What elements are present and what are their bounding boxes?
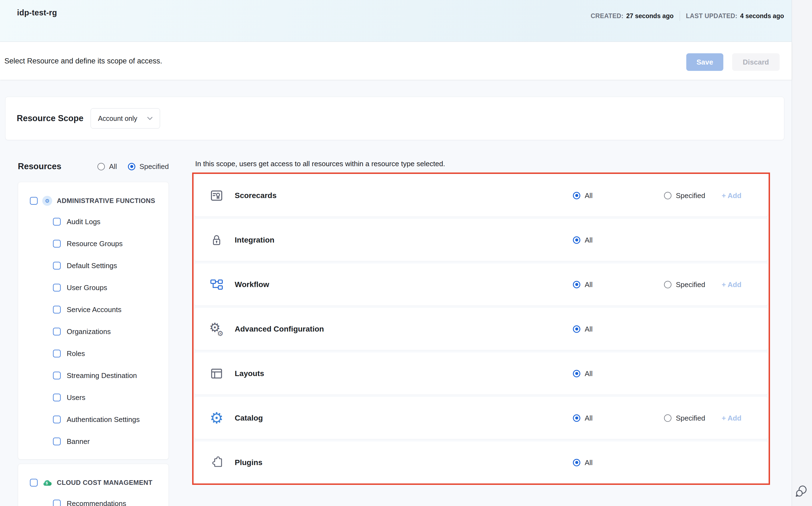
banner-checkbox[interactable] (53, 438, 61, 445)
radio-selected-icon[interactable] (573, 281, 580, 288)
item-label: Service Accounts (67, 306, 121, 314)
row-label: Workflow (235, 280, 269, 289)
list-item-organizations: Organizations (18, 321, 169, 343)
users-checkbox[interactable] (53, 394, 61, 401)
resource-groups-checkbox[interactable] (53, 240, 61, 248)
chevron-down-icon (147, 117, 153, 120)
streaming-destination-checkbox[interactable] (53, 372, 61, 380)
row-specified-option[interactable]: Specified (664, 414, 705, 422)
list-item-recommendations: Recommendations (18, 493, 169, 506)
radio-selected-icon[interactable] (573, 192, 580, 199)
list-item-roles: Roles (18, 343, 169, 364)
row-all-option[interactable]: All (573, 458, 593, 467)
radio-unselected-icon[interactable] (664, 192, 672, 199)
radio-selected-icon[interactable] (573, 459, 580, 466)
user-groups-checkbox[interactable] (53, 284, 61, 291)
item-label: Default Settings (67, 261, 117, 270)
resources-all-option[interactable]: All (97, 162, 117, 171)
add-button[interactable]: + Add (722, 414, 741, 422)
row-all-option[interactable]: All (573, 236, 593, 244)
radio-unselected-icon[interactable] (97, 163, 105, 170)
row-all-option[interactable]: All (573, 369, 593, 378)
default-settings-checkbox[interactable] (53, 262, 61, 269)
scorecard-icon (209, 188, 224, 203)
ccm-checkbox[interactable] (30, 479, 37, 487)
row-specified-option[interactable]: Specified (664, 191, 705, 200)
row-all-option[interactable]: All (573, 325, 593, 333)
group-row-admin: ⚙ ADMINISTRATIVE FUNCTIONS (18, 193, 169, 208)
discard-button[interactable]: Discard (732, 53, 780, 71)
all-label: All (585, 280, 593, 289)
all-label: All (585, 458, 593, 467)
radio-selected-icon[interactable] (573, 236, 580, 244)
support-chat-icon[interactable] (794, 482, 810, 499)
item-label: Authentication Settings (67, 415, 140, 424)
row-all-option[interactable]: All (573, 414, 593, 422)
organizations-checkbox[interactable] (53, 328, 61, 335)
gear-glyph-small: ⚙ (217, 330, 223, 337)
service-accounts-checkbox[interactable] (53, 306, 61, 314)
gear-icon: ⚙ (209, 411, 224, 425)
row-label: Integration (235, 236, 275, 245)
list-item-user-groups: User Groups (18, 277, 169, 299)
right-rail (792, 0, 812, 506)
radio-unselected-icon[interactable] (664, 281, 672, 288)
item-label: Streaming Destination (67, 371, 137, 380)
all-label: All (585, 191, 593, 200)
item-label: Audit Logs (67, 218, 100, 226)
add-button[interactable]: + Add (722, 191, 741, 200)
row-all-option[interactable]: All (573, 191, 593, 200)
row-specified-option[interactable]: Specified (664, 280, 705, 289)
row-workflow: Workflow All Specified + Add (194, 263, 768, 306)
item-label: Banner (67, 437, 90, 446)
item-label: Users (67, 393, 85, 402)
ccm-items-list: Recommendations (18, 493, 169, 506)
resources-mode-radios: All Specified (97, 162, 169, 171)
radio-selected-icon[interactable] (573, 325, 580, 333)
radio-selected-icon[interactable] (573, 414, 580, 422)
layout-icon (209, 366, 224, 381)
item-label: Organizations (67, 327, 111, 336)
audit-logs-checkbox[interactable] (53, 218, 61, 226)
dollar-glyph: $ (46, 481, 48, 485)
recommendations-checkbox[interactable] (53, 500, 61, 506)
row-plugins: Plugins All (194, 441, 768, 484)
radio-selected-icon[interactable] (128, 163, 135, 170)
group-label-ccm: CLOUD COST MANAGEMENT (57, 479, 153, 487)
resources-group-card-admin: ⚙ ADMINISTRATIVE FUNCTIONS Audit Logs Re… (18, 182, 169, 459)
resource-scope-select[interactable]: Account only (91, 108, 160, 129)
row-label: Layouts (235, 369, 264, 378)
row-label: Scorecards (235, 191, 277, 200)
resources-panel-header: Resources All Specified (18, 159, 169, 174)
list-item-users: Users (18, 387, 169, 409)
header-meta: CREATED: 27 seconds ago LAST UPDATED: 4 … (591, 11, 784, 21)
group-row-ccm: $ CLOUD COST MANAGEMENT (18, 475, 169, 490)
row-catalog: ⚙ Catalog All Specified + Add (194, 397, 768, 439)
item-label: Resource Groups (67, 240, 123, 248)
roles-checkbox[interactable] (53, 350, 61, 357)
gear-glyph: ⚙ (45, 198, 49, 203)
list-item-service-accounts: Service Accounts (18, 299, 169, 321)
radio-unselected-icon[interactable] (664, 414, 672, 422)
row-all-option[interactable]: All (573, 280, 593, 289)
resources-all-label: All (109, 162, 117, 171)
lock-icon (209, 233, 224, 248)
gear-glyph: ⚙ (210, 410, 223, 426)
specified-label: Specified (676, 191, 705, 200)
cloud-dollar-icon: $ (42, 478, 52, 488)
item-label: Roles (67, 349, 85, 358)
list-item-resource-groups: Resource Groups (18, 233, 169, 255)
admin-functions-checkbox[interactable] (30, 197, 37, 205)
resources-specified-option[interactable]: Specified (128, 162, 169, 171)
row-advanced-configuration: ⚙⚙ Advanced Configuration All (194, 308, 768, 350)
row-scorecards: Scorecards All Specified + Add (194, 174, 768, 217)
row-label: Advanced Configuration (235, 325, 324, 334)
save-button[interactable]: Save (686, 53, 723, 71)
authentication-settings-checkbox[interactable] (53, 416, 61, 423)
gear-badge-icon: ⚙ (42, 196, 52, 206)
resource-scope-value: Account only (98, 114, 137, 122)
resources-specified-label: Specified (139, 162, 169, 171)
radio-selected-icon[interactable] (573, 370, 580, 377)
page-header: idp-test-rg CREATED: 27 seconds ago LAST… (0, 0, 792, 42)
add-button[interactable]: + Add (722, 280, 741, 289)
